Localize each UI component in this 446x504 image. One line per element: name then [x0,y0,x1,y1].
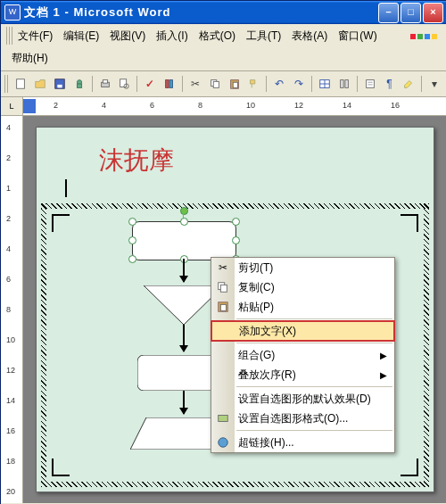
resize-handle[interactable] [232,236,240,244]
print-icon[interactable] [96,74,114,94]
svg-rect-10 [169,80,173,88]
app-icon: W [4,4,21,21]
menu-edit[interactable]: 编辑(E) [58,27,104,45]
ctx-hyperlink[interactable]: 超链接(H)... [211,433,394,452]
page[interactable]: 沫抚摩 [36,127,434,492]
drawing-canvas[interactable]: ✂剪切(T) 复制(C) 粘贴(P) 添加文字(X) 组合(G)▶ 叠放次序(R… [41,203,429,487]
standard-toolbar: ✓ ✂ ↶ ↷ ¶ ▾ [1,71,446,97]
redo-icon[interactable]: ↷ [290,74,308,94]
menu-window[interactable]: 窗口(W) [333,27,382,45]
submenu-arrow-icon: ▶ [380,370,387,380]
window-title: 文档 1 - Microsoft Word [24,4,378,21]
rotate-handle[interactable] [180,207,188,215]
titlebar[interactable]: W 文档 1 - Microsoft Word – □ × [1,1,446,24]
save-icon[interactable] [51,74,69,94]
menu-view[interactable]: 视图(V) [104,27,151,45]
svg-rect-29 [220,304,226,310]
hyperlink-icon [215,434,231,450]
ctx-group[interactable]: 组合(G)▶ [211,345,394,365]
new-doc-icon[interactable] [12,74,29,94]
horizontal-ruler[interactable]: 246810121416 [23,97,446,116]
paste-icon[interactable] [226,74,244,94]
insert-table-icon[interactable] [316,74,334,94]
ruler-corner: L [1,97,23,116]
text-cursor [65,179,67,197]
ctx-cut[interactable]: ✂剪切(T) [211,258,394,277]
maximize-button[interactable]: □ [401,3,421,23]
document-area[interactable]: 沫抚摩 [23,116,446,503]
toolbar-handle[interactable] [4,75,10,93]
menu-table[interactable]: 表格(A) [286,27,333,45]
permission-icon[interactable] [70,74,88,94]
document-map-icon[interactable] [361,74,379,94]
cut-icon[interactable]: ✂ [186,74,204,94]
print-preview-icon[interactable] [116,74,134,94]
svg-rect-18 [340,80,343,88]
svg-rect-19 [345,80,349,88]
resize-handle[interactable] [232,218,240,226]
cut-icon: ✂ [215,260,231,276]
ctx-set-defaults[interactable]: 设置自选图形的默认效果(D) [211,389,394,409]
arrow-connector[interactable] [183,325,185,351]
open-icon[interactable] [31,74,49,94]
svg-rect-7 [120,79,127,87]
ctx-paste[interactable]: 粘贴(P) [211,297,394,317]
office-logo [406,27,442,45]
close-button[interactable]: × [423,3,443,23]
ctx-format-shape[interactable]: 设置自选图形格式(O)... [211,409,394,428]
svg-rect-27 [220,285,227,292]
svg-rect-2 [57,85,62,88]
research-icon[interactable] [161,74,178,94]
arrow-connector[interactable] [183,259,185,282]
paste-icon [215,299,231,315]
format-shape-icon [215,410,231,426]
svg-rect-0 [17,79,25,89]
svg-rect-6 [103,80,107,84]
menu-format[interactable]: 格式(O) [194,27,241,45]
ctx-add-text[interactable]: 添加文字(X) [211,320,395,342]
context-menu: ✂剪切(T) 复制(C) 粘贴(P) 添加文字(X) 组合(G)▶ 叠放次序(R… [211,257,395,453]
submenu-arrow-icon: ▶ [380,351,387,360]
format-painter-icon[interactable] [245,74,263,94]
highlight-icon[interactable] [400,74,417,94]
minimize-button[interactable]: – [378,3,399,23]
menu-insert[interactable]: 插入(I) [151,27,193,45]
resize-handle[interactable] [180,218,188,226]
ctx-order[interactable]: 叠放次序(R)▶ [211,365,394,384]
svg-rect-14 [233,82,237,87]
toolbar-handle[interactable] [6,27,12,45]
toolbar-options-icon[interactable]: ▾ [425,74,443,94]
resize-handle[interactable] [128,218,136,226]
svg-rect-12 [213,81,219,87]
menu-help[interactable]: 帮助(H) [6,49,54,68]
svg-rect-9 [166,80,169,88]
vertical-ruler[interactable]: 4212468101214161820 [1,116,23,503]
spellcheck-icon[interactable]: ✓ [141,74,159,94]
columns-icon[interactable] [335,74,353,94]
menu-file[interactable]: 文件(F) [12,27,58,45]
menu-tools[interactable]: 工具(T) [241,27,286,45]
svg-rect-30 [219,416,228,422]
svg-rect-20 [366,80,374,88]
document-text: 沫抚摩 [99,144,174,178]
svg-rect-4 [77,84,81,87]
undo-icon[interactable]: ↶ [270,74,288,94]
svg-point-31 [219,438,228,448]
resize-handle[interactable] [128,236,136,244]
ctx-copy[interactable]: 复制(C) [211,277,394,297]
resize-handle[interactable] [128,255,136,263]
show-marks-icon[interactable]: ¶ [380,74,398,94]
arrow-connector[interactable] [183,391,185,414]
menubar: 文件(F) 编辑(E) 视图(V) 插入(I) 格式(O) 工具(T) 表格(A… [1,24,446,71]
copy-icon [215,279,231,295]
copy-icon[interactable] [206,74,224,94]
